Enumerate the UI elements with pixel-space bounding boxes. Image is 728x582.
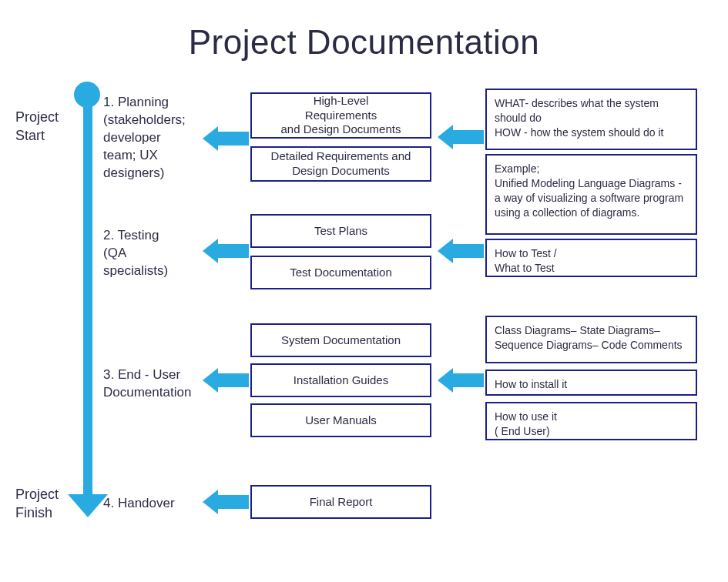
phase-3-label: 3. End - UserDocumentation [103, 366, 211, 402]
project-start-label: ProjectStart [15, 108, 69, 146]
arrow-left-icon [203, 126, 249, 151]
page-title: Project Documentation [0, 23, 728, 62]
arrow-left-icon [438, 239, 484, 263]
doc-test-documentation: Test Documentation [250, 256, 431, 289]
desc-how-use: How to use it( End User) [485, 402, 697, 440]
desc-how-what-test: How to Test /What to Test [485, 239, 697, 277]
arrow-left-icon [438, 125, 484, 149]
timeline-arrowhead-icon [68, 494, 108, 517]
phase-1-label: 1. Planning(stakeholders;developerteam; … [103, 94, 203, 182]
phase-4-label: 4. Handover [103, 495, 196, 513]
desc-class-diagrams: Class Diagrams– State Diagrams– Sequence… [485, 316, 697, 363]
arrow-left-icon [438, 368, 484, 393]
project-finish-label: ProjectFinish [15, 485, 69, 523]
arrow-left-icon [203, 490, 249, 514]
doc-final-report: Final Report [250, 485, 431, 519]
desc-what-how: WHAT- describes what the system should d… [485, 89, 697, 150]
doc-installation-guides: Installation Guides [250, 363, 431, 397]
arrow-left-icon [203, 239, 249, 263]
desc-how-install: How to install it [485, 370, 697, 396]
doc-test-plans: Test Plans [250, 214, 431, 248]
desc-uml-example: Example;Unified Modeling Language Diagra… [485, 154, 697, 235]
doc-system-documentation: System Documentation [250, 323, 431, 357]
arrow-left-icon [203, 368, 249, 393]
doc-user-manuals: User Manuals [250, 403, 431, 437]
doc-detailed-requirements: Detailed Requirements andDesign Document… [250, 146, 431, 182]
phase-2-label: 2. Testing(QAspecialists) [103, 227, 188, 280]
timeline-bar [83, 91, 92, 500]
doc-high-level-requirements: High-LevelRequirementsand Design Documen… [250, 92, 431, 139]
